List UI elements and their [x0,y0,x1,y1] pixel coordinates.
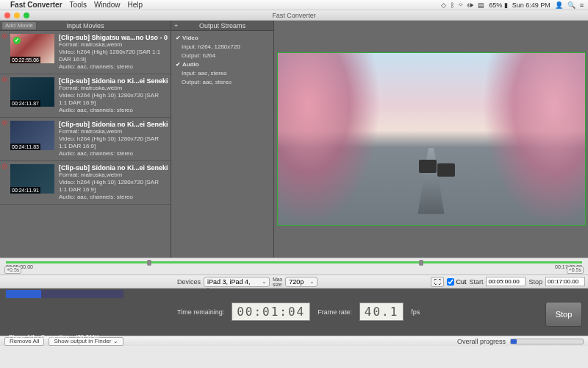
movie-title: [Clip-sub] Sidonia no Ki...ei Seneki - 1… [59,164,168,171]
maxsize-select[interactable]: 720p [285,277,318,287]
movie-format: Format: matroska,webm [59,85,168,92]
window-title: Fast Converter [272,12,316,19]
window-titlebar: Fast Converter [0,10,588,21]
timecode-label: 00:22:55.06 [10,57,40,63]
start-label: Start [469,278,483,286]
timecode-label: 00:24:11.87 [10,100,40,107]
menu-help[interactable]: Help [128,1,143,9]
timeline-in-handle[interactable] [147,260,151,266]
nudge-left-button[interactable]: +0.5s [4,266,21,274]
wifi-icon[interactable]: ⌔ [459,1,462,9]
movie-item[interactable]: ⊘ 00:24:11.83 [Clip-sub] Sidonia no Ki..… [0,118,171,161]
movie-audio-info: Audio: aac, channels: stereo [59,107,168,114]
clock[interactable]: Sun 6:49 PM [512,1,551,9]
timeline[interactable]: 00:05:00.00 00:17:00.00 +0.5s +0.5s [0,258,588,275]
devices-select[interactable]: iPad 3, iPad 4, iPa... [204,277,270,287]
movie-audio-info: Audio: aac, channels: stereo [59,150,168,158]
dropbox-icon[interactable]: ◇ [441,1,446,9]
checkmark-icon: ✔ [13,37,21,44]
preview-panel [274,21,588,258]
devices-label: Devices [177,278,201,286]
stream-audio-node[interactable]: ✔Audio [176,60,269,69]
remove-item-button[interactable]: ⊘ [1,119,9,127]
stop-button[interactable]: Stop [545,302,582,327]
fps-unit: fps [411,308,420,316]
movie-thumbnail[interactable]: 00:24:11.91 [10,164,54,194]
movie-thumbnail[interactable]: 00:24:11.87 [10,77,54,107]
volume-icon[interactable]: 🕪 [467,1,473,9]
movie-title: [Clip-sub] Sidonia no Ki...ei Seneki - 1… [59,121,168,128]
stream-video-output: Output: h264 [182,52,269,60]
stream-video-node[interactable]: ✔Video [176,34,269,43]
maxsize-label: Max size [273,277,282,287]
framerate-display: 40.1 [359,302,404,321]
macos-menubar: Fast Converter Tools Window Help ◇ ᛒ ⌔ 🕪… [0,0,588,10]
battery-status[interactable]: 65% ▮ [489,1,508,9]
timecode-label: 00:24:11.91 [10,187,40,194]
movie-item[interactable]: ⊘ ✔ 00:22:55.06 [Clip-sub] Shigatsu wa..… [0,31,171,74]
input-movies-header: Add Movie Input Movies [0,21,171,31]
movie-audio-info: Audio: aac, channels: stereo [59,194,168,201]
stop-label: Stop [528,278,542,286]
movie-video-info: Video: h264 (High 10) 1280x720 [SAR 1:1 … [59,92,168,107]
stop-time-field[interactable] [545,277,585,286]
app-menu[interactable]: Fast Converter [10,1,62,9]
movie-thumbnail[interactable]: 00:24:11.83 [10,121,54,150]
video-preview[interactable] [277,52,586,226]
remove-item-button[interactable]: ⊘ [1,32,9,40]
movie-title: [Clip-sub] Sidonia no Ki...ei Seneki - 0… [59,77,168,85]
checkmark-icon: ✔ [176,35,181,41]
movie-format: Format: matroska,webm [59,128,168,135]
timeline-out-handle[interactable] [419,260,423,266]
spotlight-icon[interactable]: 🔍 [567,1,576,9]
start-time-field[interactable] [486,277,526,286]
stream-video-input: Input: h264, 1280x720 [182,43,269,52]
timecode-label: 00:24:11.83 [10,144,40,150]
movie-audio-info: Audio: aac, channels: stereo [59,63,168,71]
minimize-window-button[interactable] [14,13,20,18]
cut-checkbox[interactable]: Cut [447,278,466,286]
crop-button[interactable]: ⛶ [431,277,444,287]
menu-tools[interactable]: Tools [70,1,87,9]
close-window-button[interactable] [4,13,10,18]
zoom-window-button[interactable] [24,13,29,18]
output-streams-panel: + Output Streams ✔Video Input: h264, 128… [171,21,274,258]
movie-item[interactable]: ⊘ 00:24:11.91 [Clip-sub] Sidonia no Ki..… [0,161,171,205]
framerate-label: Frame rate: [318,308,352,316]
movie-video-info: Video: h264 (High 10) 1280x720 [SAR 1:1 … [59,135,168,150]
movie-item[interactable]: ⊘ 00:24:11.87 [Clip-sub] Sidonia no Ki..… [0,74,171,118]
movie-video-info: Video: h264 (High 10) 1280x720 [SAR 1:1 … [59,179,168,194]
overall-progress-bar [510,339,584,344]
movie-format: Format: matroska,webm [59,41,168,49]
movie-format: Format: matroska,webm [59,171,168,179]
remove-item-button[interactable]: ⊘ [1,163,9,170]
output-streams-header: + Output Streams [171,21,273,31]
movie-video-info: Video: h264 (High) 1280x720 [SAR 1:1 DAR… [59,49,168,63]
stream-audio-output: Output: aac, stereo [182,78,269,87]
menu-window[interactable]: Window [94,1,121,9]
bluetooth-icon[interactable]: ᛒ [451,1,454,9]
checkmark-icon: ✔ [176,61,181,68]
stream-audio-input: Input: aac, stereo [182,69,269,78]
controls-bar: Devices iPad 3, iPad 4, iPa... Max size … [0,275,588,289]
movie-title: [Clip-sub] Shigatsu wa...no Uso - 01v2 [… [59,34,168,41]
time-remaining-label: Time remaining: [177,308,224,316]
nudge-right-button[interactable]: +0.5s [567,266,584,274]
remove-item-button[interactable]: ⊘ [1,76,9,83]
notifications-icon[interactable]: ≡ [580,1,584,9]
flag-icon[interactable]: ▤ [478,1,484,9]
time-remaining-display: 00:01:04 [232,302,310,321]
add-movie-button[interactable]: Add Movie [1,21,37,30]
input-movies-panel: Add Movie Input Movies ⊘ ✔ 00:22:55.06 [… [0,21,171,258]
movie-thumbnail[interactable]: ✔ 00:22:55.06 [10,34,54,63]
overall-progress-label: Overall progress [457,338,506,345]
progress-panel: Phase 1/1 - Converting... (30.31%) Time … [0,289,588,336]
add-stream-button[interactable]: + [174,22,178,29]
user-icon[interactable]: 👤 [555,1,563,9]
